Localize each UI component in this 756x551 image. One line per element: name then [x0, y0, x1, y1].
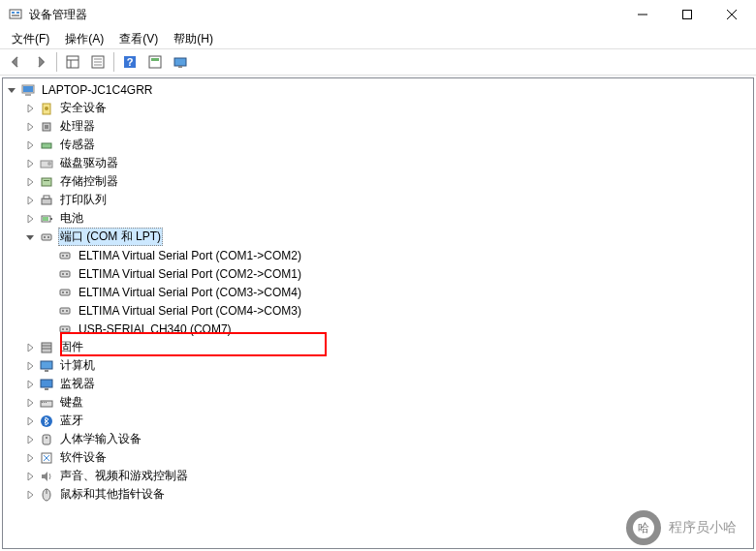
tree-node[interactable]: 人体学输入设备 — [3, 430, 753, 448]
tree-node[interactable]: 磁盘驱动器 — [3, 154, 753, 172]
node-label: 监视器 — [58, 375, 97, 393]
expander-icon[interactable] — [23, 212, 37, 226]
tree-node[interactable]: USB-SERIAL CH340 (COM7) — [3, 320, 753, 338]
expander-icon[interactable] — [23, 175, 37, 189]
tree-root[interactable]: LAPTOP-JC1C4GRR — [3, 80, 753, 99]
disk-icon — [39, 156, 54, 171]
svg-rect-56 — [42, 343, 51, 352]
expander-icon[interactable] — [42, 249, 55, 262]
node-label: 安全设备 — [58, 99, 109, 117]
svg-rect-0 — [10, 10, 21, 18]
expander-icon[interactable] — [23, 359, 37, 373]
expander-icon[interactable] — [23, 341, 37, 354]
menu-file[interactable]: 文件(F) — [4, 29, 57, 49]
node-label: LAPTOP-JC1C4GRR — [40, 82, 154, 98]
tree-node[interactable]: 鼠标和其他指针设备 — [3, 485, 753, 504]
tree-node[interactable]: 软件设备 — [3, 448, 753, 467]
svg-rect-60 — [45, 370, 48, 372]
expander-icon[interactable] — [23, 396, 37, 410]
expander-icon[interactable] — [23, 488, 37, 502]
menu-help[interactable]: 帮助(H) — [166, 29, 221, 49]
svg-rect-66 — [46, 402, 47, 403]
svg-rect-41 — [60, 253, 70, 259]
hid-icon — [39, 432, 54, 447]
watermark: 哈 程序员小哈 — [626, 510, 737, 545]
tree-node[interactable]: 端口 (COM 和 LPT) — [3, 228, 753, 246]
minimize-button[interactable] — [620, 0, 665, 29]
node-label: 鼠标和其他指针设备 — [58, 485, 167, 504]
tree-node[interactable]: 传感器 — [3, 136, 753, 154]
tree-node[interactable]: 蓝牙 — [3, 412, 753, 430]
menu-action[interactable]: 操作(A) — [57, 29, 111, 49]
svg-rect-37 — [43, 217, 48, 221]
expander-icon[interactable] — [42, 304, 55, 318]
tree-node[interactable]: 存储控制器 — [3, 172, 753, 191]
expander-icon[interactable] — [42, 322, 55, 336]
svg-rect-63 — [41, 401, 52, 407]
node-label: ELTIMA Virtual Serial Port (COM2->COM1) — [77, 266, 303, 282]
pc-icon — [39, 358, 54, 374]
expander-icon[interactable] — [42, 286, 55, 299]
expander-icon[interactable] — [23, 157, 37, 170]
tree-node[interactable]: 处理器 — [3, 117, 753, 136]
expander-icon[interactable] — [42, 267, 55, 281]
forward-button[interactable] — [29, 51, 52, 73]
tree-node[interactable]: 监视器 — [3, 375, 753, 393]
expander-icon[interactable] — [23, 451, 37, 465]
tree-node[interactable]: ELTIMA Virtual Serial Port (COM2->COM1) — [3, 264, 753, 283]
storage-icon — [39, 174, 54, 190]
show-hide-tree-button[interactable] — [61, 51, 84, 73]
expander-icon[interactable] — [23, 138, 37, 152]
node-label: 磁盘驱动器 — [58, 154, 120, 172]
tree-node[interactable]: 电池 — [3, 209, 753, 228]
svg-point-51 — [62, 310, 64, 312]
properties-button[interactable] — [86, 51, 110, 73]
close-button[interactable] — [709, 0, 754, 29]
scan-button[interactable] — [143, 51, 167, 73]
svg-point-40 — [47, 236, 49, 238]
tree-node[interactable]: ELTIMA Virtual Serial Port (COM4->COM3) — [3, 301, 753, 320]
computer-icon — [20, 82, 36, 98]
node-label: 计算机 — [58, 356, 97, 375]
help-button[interactable]: ? — [118, 51, 142, 73]
tree-node[interactable]: 声音、视频和游戏控制器 — [3, 467, 753, 485]
tree-node[interactable]: 安全设备 — [3, 99, 753, 117]
expander-icon[interactable] — [23, 194, 37, 207]
menu-view[interactable]: 查看(V) — [111, 29, 166, 49]
devices-button[interactable] — [169, 51, 192, 73]
svg-point-69 — [46, 437, 47, 439]
expander-icon[interactable] — [23, 378, 37, 391]
svg-rect-36 — [50, 218, 52, 220]
svg-rect-38 — [42, 234, 51, 240]
expander-icon[interactable] — [5, 83, 18, 97]
expander-icon[interactable] — [23, 102, 37, 115]
port-icon — [57, 303, 73, 319]
tree-node[interactable]: ELTIMA Virtual Serial Port (COM3->COM4) — [3, 283, 753, 301]
svg-point-49 — [66, 291, 68, 293]
tree-node[interactable]: ELTIMA Virtual Serial Port (COM1->COM2) — [3, 246, 753, 264]
tree-node[interactable]: 计算机 — [3, 356, 753, 375]
node-label: 端口 (COM 和 LPT) — [58, 228, 163, 246]
svg-point-55 — [66, 328, 68, 330]
expander-icon[interactable] — [23, 230, 37, 244]
expander-icon[interactable] — [23, 433, 37, 446]
tree-node[interactable]: 固件 — [3, 338, 753, 356]
expander-icon[interactable] — [23, 414, 37, 428]
mouse-icon — [39, 487, 54, 503]
svg-point-25 — [45, 107, 48, 110]
menubar: 文件(F) 操作(A) 查看(V) 帮助(H) — [0, 29, 756, 48]
svg-rect-19 — [174, 58, 186, 66]
node-label: ELTIMA Virtual Serial Port (COM3->COM4) — [77, 285, 303, 300]
tree-node[interactable]: 打印队列 — [3, 191, 753, 209]
back-button[interactable] — [4, 51, 27, 73]
tree-view[interactable]: LAPTOP-JC1C4GRR安全设备处理器传感器磁盘驱动器存储控制器打印队列电… — [2, 77, 754, 549]
expander-icon[interactable] — [23, 120, 37, 134]
port-icon — [39, 230, 54, 245]
sensor-icon — [39, 138, 54, 153]
node-label: 固件 — [58, 338, 85, 356]
tree-node[interactable]: 键盘 — [3, 393, 753, 412]
expander-icon[interactable] — [23, 470, 37, 483]
watermark-avatar-icon: 哈 — [626, 510, 661, 545]
toolbar-separator — [56, 52, 57, 72]
maximize-button[interactable] — [665, 0, 709, 29]
